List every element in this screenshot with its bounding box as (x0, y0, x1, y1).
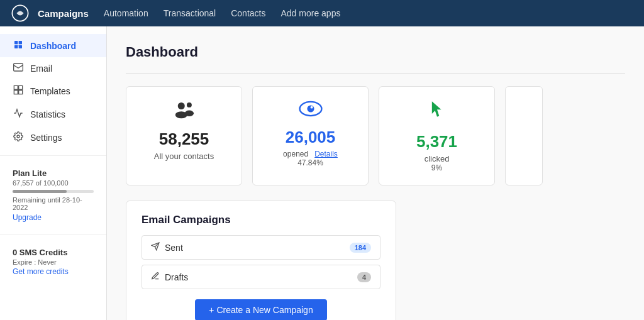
svg-point-13 (186, 102, 191, 108)
contacts-icon (145, 99, 223, 124)
get-more-credits-link[interactable]: Get more credits (13, 267, 94, 276)
svg-point-16 (307, 105, 314, 112)
sidebar-settings-label: Settings (30, 133, 62, 143)
create-campaign-button[interactable]: + Create a New Campaign (195, 299, 326, 320)
sent-row[interactable]: Sent 184 (142, 235, 380, 260)
top-nav: Campaigns Automation Transactional Conta… (0, 0, 644, 26)
sms-section: 0 SMS Credits Expire : Never Get more cr… (0, 241, 106, 282)
contacts-stat-card: 58,255 All your contacts (126, 86, 242, 185)
contacts-value: 58,255 (145, 130, 223, 149)
eye-icon (272, 99, 349, 123)
contacts-label: All your contacts (145, 152, 223, 161)
details-link[interactable]: Details (314, 150, 338, 158)
sidebar-statistics-label: Statistics (30, 109, 65, 119)
page-title: Dashboard (126, 44, 625, 60)
clicked-label: clicked (398, 154, 475, 163)
svg-point-10 (17, 135, 19, 138)
opened-stat-card: 26,005 opened Details 47.84% (252, 86, 369, 185)
plan-usage: 67,557 of 100,000 (13, 179, 94, 187)
brand-label: Campaigns (38, 8, 89, 19)
email-campaigns-card: Email Campaigns Sent 184 (126, 201, 396, 320)
sent-badge: 184 (350, 243, 371, 253)
app-logo (10, 3, 30, 23)
email-icon (13, 63, 24, 74)
sidebar-divider (0, 155, 106, 156)
sidebar-dashboard-label: Dashboard (30, 41, 76, 51)
sidebar-divider-2 (0, 234, 106, 235)
plan-remaining: Remaining until 28-10-2022 (13, 196, 94, 211)
drafts-badge: 4 (357, 272, 371, 282)
main-content: Dashboard 58,255 All your contacts (107, 26, 644, 320)
svg-point-11 (177, 102, 184, 109)
clicked-stat-card: 5,371 clicked 9% (379, 86, 495, 185)
drafts-label: Drafts (165, 272, 188, 282)
svg-rect-5 (14, 63, 23, 71)
clicked-pct: 9% (398, 163, 475, 172)
svg-rect-6 (14, 86, 18, 89)
draft-icon (151, 272, 160, 282)
svg-rect-2 (19, 41, 22, 44)
settings-icon (13, 131, 24, 143)
plan-progress-bg (13, 190, 94, 193)
nav-transactional[interactable]: Transactional (164, 8, 216, 18)
nav-add-more-apps[interactable]: Add more apps (280, 8, 340, 18)
svg-rect-7 (19, 86, 23, 89)
sms-expire: Expire : Never (13, 258, 94, 266)
content-divider (126, 73, 625, 74)
plan-name: Plan Lite (13, 168, 94, 178)
plan-progress-fill (13, 190, 67, 193)
top-nav-links: Automation Transactional Contacts Add mo… (104, 8, 341, 18)
opened-pct: 47.84% (272, 158, 349, 167)
nav-contacts[interactable]: Contacts (231, 8, 265, 18)
sidebar: Dashboard Email Templates Statistics Set… (0, 26, 107, 320)
dashboard-icon (13, 40, 24, 52)
svg-point-14 (184, 111, 193, 117)
body-layout: Dashboard Email Templates Statistics Set… (0, 26, 644, 320)
opened-label: opened Details (272, 150, 349, 158)
sidebar-item-settings[interactable]: Settings (0, 126, 106, 149)
sidebar-plan: Plan Lite 67,557 of 100,000 Remaining un… (0, 162, 106, 228)
svg-point-17 (310, 106, 313, 109)
sidebar-item-email[interactable]: Email (0, 57, 106, 79)
stat-cards: 58,255 All your contacts 26,005 opened D… (126, 86, 625, 185)
statistics-icon (13, 108, 24, 120)
svg-rect-4 (19, 45, 22, 48)
sidebar-templates-label: Templates (30, 86, 70, 96)
upgrade-link[interactable]: Upgrade (13, 213, 94, 222)
svg-rect-8 (14, 91, 18, 94)
drafts-row[interactable]: Drafts 4 (142, 265, 380, 289)
sidebar-item-dashboard[interactable]: Dashboard (0, 34, 106, 57)
svg-rect-9 (19, 91, 23, 94)
send-icon (151, 242, 160, 253)
clicked-value: 5,371 (398, 132, 475, 152)
sidebar-email-label: Email (30, 63, 52, 74)
nav-automation[interactable]: Automation (104, 8, 148, 18)
opened-value: 26,005 (272, 128, 349, 147)
email-campaigns-title: Email Campaigns (142, 214, 380, 226)
sent-label: Sent (165, 243, 183, 253)
templates-icon (13, 85, 24, 97)
pointer-icon (398, 99, 475, 127)
fourth-stat-card (505, 86, 543, 185)
svg-rect-1 (14, 41, 18, 44)
svg-rect-3 (14, 45, 18, 48)
sidebar-item-templates[interactable]: Templates (0, 79, 106, 102)
sidebar-item-statistics[interactable]: Statistics (0, 102, 106, 126)
sms-title: 0 SMS Credits (13, 248, 94, 257)
